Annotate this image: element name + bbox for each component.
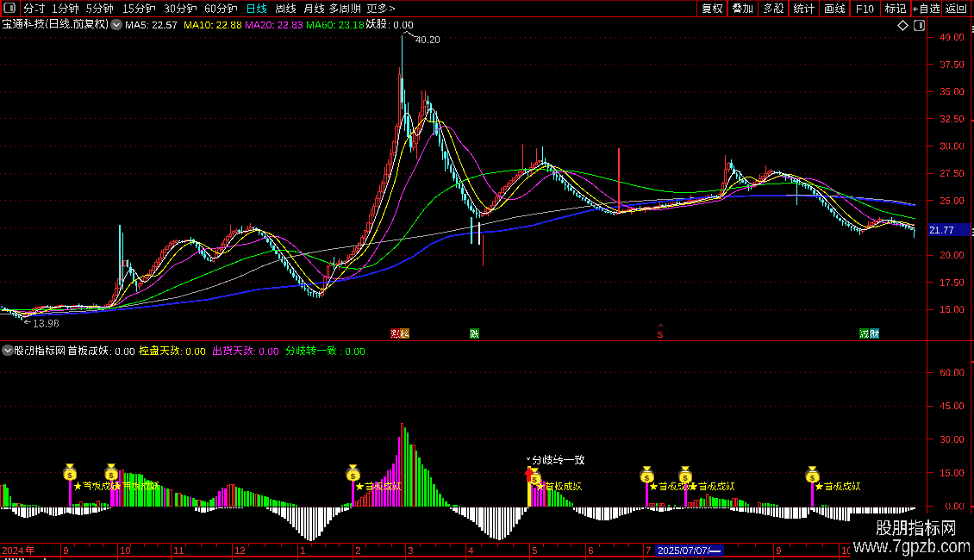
svg-text:$: $: [810, 473, 815, 482]
svg-text:$: $: [645, 473, 650, 482]
svg-text:$: $: [67, 470, 72, 480]
svg-text:$: $: [532, 475, 537, 484]
svg-text:$: $: [109, 470, 114, 480]
svg-text:$: $: [683, 473, 688, 482]
svg-text:$: $: [351, 471, 356, 481]
